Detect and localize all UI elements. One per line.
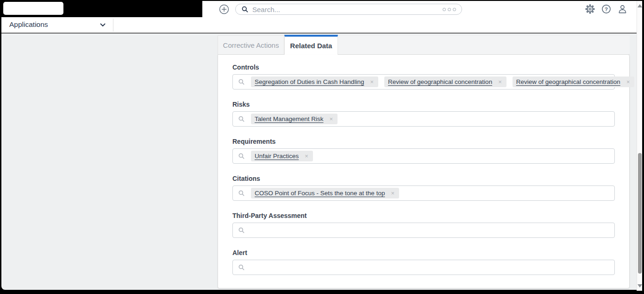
tag-link[interactable]: Unfair Practices bbox=[255, 153, 299, 160]
tag-chip: Review of geographical concentration × bbox=[513, 77, 635, 87]
field-group: Third-Party Assessment bbox=[232, 212, 615, 238]
risks-field[interactable]: Talent Management Risk × bbox=[232, 111, 615, 127]
search-icon bbox=[238, 264, 245, 271]
citations-field[interactable]: COSO Point of Focus - Sets the tone at t… bbox=[232, 185, 615, 201]
tag-chip: Talent Management Risk × bbox=[251, 114, 338, 124]
search-icon bbox=[238, 227, 245, 234]
plus-circle-icon bbox=[219, 4, 229, 14]
tag-chip: Unfair Practices × bbox=[251, 151, 313, 161]
requirements-label: Requirements bbox=[232, 138, 615, 145]
alert-label: Alert bbox=[232, 249, 615, 256]
svg-text:?: ? bbox=[605, 6, 608, 12]
remove-tag-icon[interactable]: × bbox=[497, 78, 503, 85]
search-icon bbox=[238, 153, 245, 160]
tab-strip-filler bbox=[338, 35, 630, 55]
more-options-icon[interactable] bbox=[443, 8, 456, 11]
alert-field[interactable] bbox=[232, 260, 615, 275]
controls-field[interactable]: Segregation of Duties in Cash Handling ×… bbox=[232, 74, 615, 89]
help-icon: ? bbox=[601, 4, 611, 14]
citations-label: Citations bbox=[232, 175, 615, 182]
requirements-field[interactable]: Unfair Practices × bbox=[232, 148, 615, 164]
tab-label: Related Data bbox=[290, 42, 332, 50]
applications-dropdown-label[interactable]: Applications bbox=[9, 20, 48, 29]
third-party-assessment-label: Third-Party Assessment bbox=[232, 212, 615, 219]
search-icon bbox=[238, 115, 245, 122]
tab-related-data[interactable]: Related Data bbox=[284, 35, 338, 55]
tag-link[interactable]: Review of geographical concentration bbox=[388, 78, 492, 85]
tag-link[interactable]: Segregation of Duties in Cash Handling bbox=[255, 78, 364, 85]
logo-placeholder bbox=[3, 2, 63, 15]
field-group: Risks Talent Management Risk × bbox=[232, 101, 615, 127]
search-icon bbox=[238, 78, 245, 85]
remove-tag-icon[interactable]: × bbox=[625, 78, 631, 85]
tab-corrective-actions[interactable]: Corrective Actions bbox=[218, 35, 284, 55]
search-input[interactable] bbox=[252, 6, 443, 13]
remove-tag-icon[interactable]: × bbox=[329, 115, 334, 122]
tag-link[interactable]: Review of geographical concentration bbox=[516, 78, 620, 85]
user-icon bbox=[618, 4, 627, 14]
scroll-up-arrow-icon[interactable] bbox=[638, 4, 642, 7]
global-search[interactable] bbox=[235, 4, 462, 15]
search-icon bbox=[241, 6, 249, 13]
field-group: Requirements Unfair Practices × bbox=[232, 138, 615, 164]
user-menu-button[interactable] bbox=[618, 4, 627, 14]
tag-chip: Review of geographical concentration × bbox=[384, 77, 506, 87]
scrollbar-thumb[interactable] bbox=[638, 153, 642, 274]
scroll-down-arrow-icon[interactable] bbox=[638, 284, 642, 288]
nav-divider bbox=[113, 19, 113, 32]
tag-chip: Segregation of Duties in Cash Handling × bbox=[251, 77, 378, 87]
controls-label: Controls bbox=[232, 64, 615, 71]
chevron-down-icon[interactable] bbox=[99, 21, 106, 29]
field-group: Alert bbox=[232, 249, 615, 275]
field-group: Controls Segregation of Duties in Cash H… bbox=[232, 64, 615, 89]
third-party-assessment-field[interactable] bbox=[232, 223, 615, 238]
tag-link[interactable]: Talent Management Risk bbox=[255, 115, 324, 122]
remove-tag-icon[interactable]: × bbox=[304, 153, 309, 160]
tag-chip: COSO Point of Focus - Sets the tone at t… bbox=[251, 188, 399, 198]
field-group: Citations COSO Point of Focus - Sets the… bbox=[232, 175, 615, 201]
add-button[interactable] bbox=[219, 4, 229, 14]
search-icon bbox=[238, 190, 245, 197]
applications-bar: Applications bbox=[1, 17, 637, 33]
gear-icon bbox=[585, 4, 595, 14]
settings-button[interactable] bbox=[585, 4, 595, 14]
risks-label: Risks bbox=[232, 101, 615, 108]
tag-link[interactable]: COSO Point of Focus - Sets the tone at t… bbox=[255, 190, 385, 197]
remove-tag-icon[interactable]: × bbox=[390, 190, 395, 197]
vertical-scrollbar[interactable] bbox=[637, 1, 642, 291]
tab-label: Corrective Actions bbox=[223, 41, 279, 49]
app-window: ? Applications Corrective Actions Relate… bbox=[0, 0, 644, 294]
remove-tag-icon[interactable]: × bbox=[369, 78, 375, 85]
related-data-form: Controls Segregation of Duties in Cash H… bbox=[218, 55, 630, 288]
help-button[interactable]: ? bbox=[601, 4, 611, 14]
